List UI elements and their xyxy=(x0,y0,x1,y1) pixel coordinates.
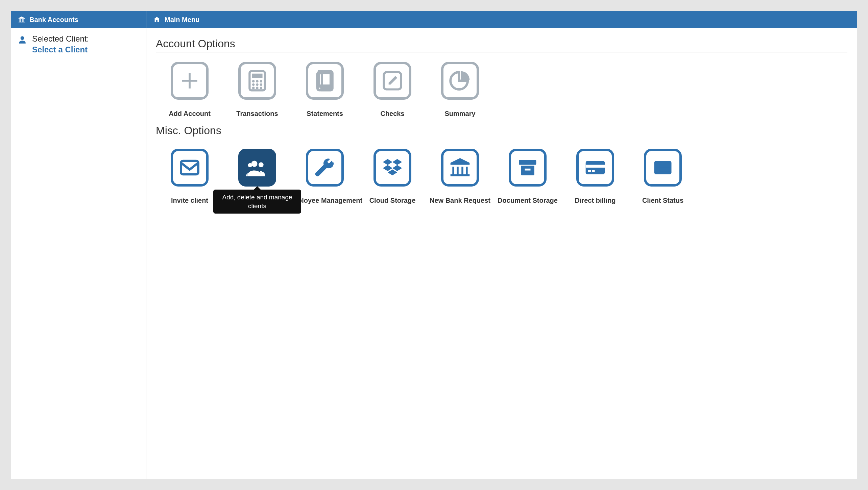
tile-direct-billing[interactable]: Direct billing xyxy=(561,147,629,204)
edit-square-icon xyxy=(373,62,411,100)
svg-rect-21 xyxy=(588,170,591,172)
users-icon xyxy=(238,149,276,187)
svg-point-8 xyxy=(252,87,255,89)
tile-label: Client Status xyxy=(642,197,683,204)
tile-label: Add Account xyxy=(169,110,211,118)
tile-checks[interactable]: Checks xyxy=(359,60,426,118)
svg-point-9 xyxy=(256,87,258,89)
bank-icon xyxy=(441,149,479,187)
selected-client-label: Selected Client: xyxy=(32,34,89,44)
select-client-link[interactable]: Select a Client xyxy=(32,45,89,54)
svg-rect-27 xyxy=(661,169,670,171)
svg-point-25 xyxy=(657,168,659,171)
tile-label: Cloud Storage xyxy=(369,197,416,204)
tile-label: Document Storage xyxy=(498,197,558,204)
sidebar: Bank Accounts Selected Client: Select a … xyxy=(11,11,146,479)
list-card-icon xyxy=(644,149,682,187)
svg-rect-26 xyxy=(661,165,670,167)
svg-point-4 xyxy=(260,80,262,82)
tile-cloud-storage[interactable]: Cloud Storage xyxy=(359,147,426,204)
tile-add-account[interactable]: Add Account xyxy=(156,60,223,118)
tile-client-management[interactable]: Client Management Add, delete and manage… xyxy=(223,147,291,204)
dropbox-icon xyxy=(373,149,411,187)
svg-point-5 xyxy=(252,83,255,86)
tile-label: Invite client xyxy=(171,197,208,204)
calculator-icon xyxy=(238,62,276,100)
sidebar-header: Bank Accounts xyxy=(11,11,146,28)
app-window: Bank Accounts Selected Client: Select a … xyxy=(11,11,857,479)
bank-icon xyxy=(18,16,25,23)
svg-point-7 xyxy=(260,83,262,86)
main-header-title: Main Menu xyxy=(165,16,199,24)
envelope-icon xyxy=(171,149,209,187)
home-icon xyxy=(153,16,161,23)
plus-icon xyxy=(171,62,209,100)
svg-point-10 xyxy=(260,87,262,89)
section-title-account: Account Options xyxy=(156,38,847,50)
user-icon xyxy=(18,35,27,45)
svg-point-15 xyxy=(259,162,264,167)
section-title-misc: Misc. Options xyxy=(156,124,847,137)
misc-options-row: Invite client Client Management Add, del… xyxy=(156,147,847,204)
tile-statements[interactable]: Statements xyxy=(291,60,359,118)
section-divider xyxy=(156,139,847,139)
main-header: Main Menu xyxy=(146,11,857,28)
svg-point-3 xyxy=(256,80,258,82)
svg-point-14 xyxy=(251,161,257,167)
archive-icon xyxy=(509,149,547,187)
svg-point-6 xyxy=(256,83,258,86)
svg-rect-18 xyxy=(525,169,531,171)
tile-transactions[interactable]: Transactions xyxy=(223,60,291,118)
tile-new-bank-request[interactable]: New Bank Request xyxy=(426,147,494,204)
book-icon xyxy=(306,62,344,100)
tile-label: Direct billing xyxy=(575,197,616,204)
selected-client-panel: Selected Client: Select a Client xyxy=(11,28,146,60)
pie-chart-icon xyxy=(441,62,479,100)
main-panel: Main Menu Account Options Add Account xyxy=(146,11,857,479)
credit-card-icon xyxy=(576,149,614,187)
tile-employee-management[interactable]: Employee Management xyxy=(291,147,359,204)
tile-label: Statements xyxy=(307,110,343,118)
section-divider xyxy=(156,52,847,52)
tile-label: Checks xyxy=(380,110,404,118)
tile-label: Transactions xyxy=(236,110,278,118)
content-area: Account Options Add Account Transactions xyxy=(146,28,857,217)
tooltip: Add, delete and manage clients xyxy=(213,190,301,214)
tile-label: New Bank Request xyxy=(430,197,490,204)
wrench-icon xyxy=(306,149,344,187)
svg-point-2 xyxy=(252,80,255,82)
svg-rect-1 xyxy=(252,74,262,78)
svg-rect-13 xyxy=(181,161,198,174)
account-options-row: Add Account Transactions Statements xyxy=(156,60,847,118)
sidebar-header-title: Bank Accounts xyxy=(29,16,78,24)
tile-client-status[interactable]: Client Status xyxy=(629,147,697,204)
svg-rect-17 xyxy=(519,160,536,165)
svg-rect-22 xyxy=(592,170,595,172)
svg-point-16 xyxy=(248,163,252,167)
tile-label: Summary xyxy=(444,110,475,118)
svg-point-24 xyxy=(657,165,659,167)
svg-rect-20 xyxy=(586,165,605,168)
tile-summary[interactable]: Summary xyxy=(426,60,494,118)
tile-document-storage[interactable]: Document Storage xyxy=(494,147,561,204)
